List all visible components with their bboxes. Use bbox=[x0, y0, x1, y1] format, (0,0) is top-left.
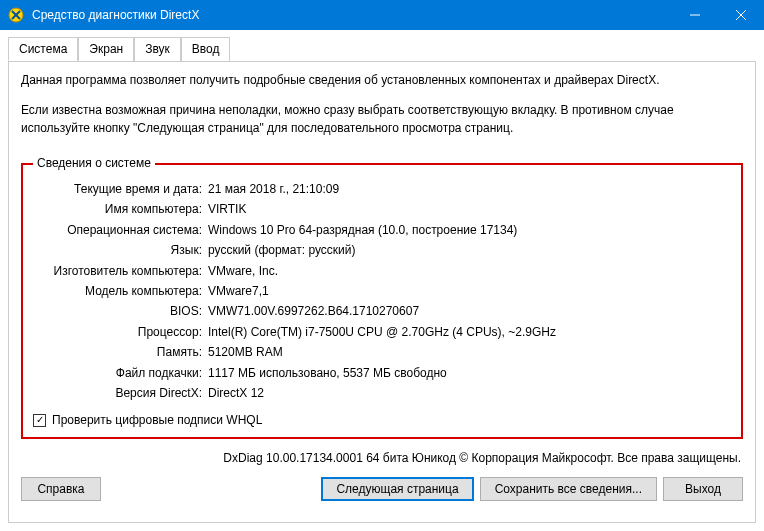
dxdiag-icon bbox=[8, 7, 24, 23]
value-datetime: 21 мая 2018 г., 21:10:09 bbox=[208, 179, 731, 199]
window-controls bbox=[672, 0, 764, 30]
button-bar-left: Справка bbox=[21, 477, 101, 501]
value-lang: русский (формат: русский) bbox=[208, 240, 731, 260]
tab-input[interactable]: Ввод bbox=[181, 37, 231, 61]
label-os: Операционная система: bbox=[33, 220, 208, 240]
label-pagefile: Файл подкачки: bbox=[33, 363, 208, 383]
value-pagefile: 1117 МБ использовано, 5537 МБ свободно bbox=[208, 363, 731, 383]
label-directx: Версия DirectX: bbox=[33, 383, 208, 403]
whql-label: Проверить цифровые подписи WHQL bbox=[52, 413, 262, 427]
row-directx: Версия DirectX: DirectX 12 bbox=[33, 383, 731, 403]
label-pcname: Имя компьютера: bbox=[33, 199, 208, 219]
value-pcname: VIRTIK bbox=[208, 199, 731, 219]
row-mem: Память: 5120MB RAM bbox=[33, 342, 731, 362]
row-cpu: Процессор: Intel(R) Core(TM) i7-7500U CP… bbox=[33, 322, 731, 342]
value-mfr: VMware, Inc. bbox=[208, 261, 731, 281]
save-all-button[interactable]: Сохранить все сведения... bbox=[480, 477, 657, 501]
tab-screen[interactable]: Экран bbox=[78, 37, 134, 61]
whql-checkbox[interactable]: ✓ bbox=[33, 414, 46, 427]
value-bios: VMW71.00V.6997262.B64.1710270607 bbox=[208, 301, 731, 321]
intro-p2: Если известна возможная причина неполадк… bbox=[21, 101, 743, 137]
value-os: Windows 10 Pro 64-разрядная (10.0, постр… bbox=[208, 220, 731, 240]
label-datetime: Текущие время и дата: bbox=[33, 179, 208, 199]
row-bios: BIOS: VMW71.00V.6997262.B64.1710270607 bbox=[33, 301, 731, 321]
row-lang: Язык: русский (формат: русский) bbox=[33, 240, 731, 260]
label-bios: BIOS: bbox=[33, 301, 208, 321]
footer-copyright: DxDiag 10.00.17134.0001 64 бита Юникод ©… bbox=[21, 451, 741, 465]
exit-button[interactable]: Выход bbox=[663, 477, 743, 501]
row-datetime: Текущие время и дата: 21 мая 2018 г., 21… bbox=[33, 179, 731, 199]
tab-sound[interactable]: Звук bbox=[134, 37, 181, 61]
window-title: Средство диагностики DirectX bbox=[32, 8, 672, 22]
label-lang: Язык: bbox=[33, 240, 208, 260]
group-title: Сведения о системе bbox=[33, 156, 155, 170]
titlebar: Средство диагностики DirectX bbox=[0, 0, 764, 30]
row-mfr: Изготовитель компьютера: VMware, Inc. bbox=[33, 261, 731, 281]
next-page-button[interactable]: Следующая страница bbox=[321, 477, 473, 501]
label-model: Модель компьютера: bbox=[33, 281, 208, 301]
system-info-group: Сведения о системе Текущие время и дата:… bbox=[21, 163, 743, 439]
tab-panel-system: Данная программа позволяет получить подр… bbox=[8, 61, 756, 523]
value-directx: DirectX 12 bbox=[208, 383, 731, 403]
intro-text: Данная программа позволяет получить подр… bbox=[21, 71, 743, 149]
close-button[interactable] bbox=[718, 0, 764, 30]
row-os: Операционная система: Windows 10 Pro 64-… bbox=[33, 220, 731, 240]
content-area: Система Экран Звук Ввод Данная программа… bbox=[0, 30, 764, 531]
row-pagefile: Файл подкачки: 1117 МБ использовано, 553… bbox=[33, 363, 731, 383]
label-mfr: Изготовитель компьютера: bbox=[33, 261, 208, 281]
button-bar: Справка Следующая страница Сохранить все… bbox=[21, 473, 743, 501]
tab-system[interactable]: Система bbox=[8, 37, 78, 61]
value-model: VMware7,1 bbox=[208, 281, 731, 301]
minimize-button[interactable] bbox=[672, 0, 718, 30]
help-button[interactable]: Справка bbox=[21, 477, 101, 501]
row-model: Модель компьютера: VMware7,1 bbox=[33, 281, 731, 301]
tab-strip: Система Экран Звук Ввод bbox=[8, 37, 756, 62]
row-pcname: Имя компьютера: VIRTIK bbox=[33, 199, 731, 219]
label-cpu: Процессор: bbox=[33, 322, 208, 342]
button-bar-right: Следующая страница Сохранить все сведени… bbox=[321, 477, 743, 501]
label-mem: Память: bbox=[33, 342, 208, 362]
intro-p1: Данная программа позволяет получить подр… bbox=[21, 71, 743, 89]
whql-check-row: ✓ Проверить цифровые подписи WHQL bbox=[33, 413, 731, 427]
value-mem: 5120MB RAM bbox=[208, 342, 731, 362]
value-cpu: Intel(R) Core(TM) i7-7500U CPU @ 2.70GHz… bbox=[208, 322, 731, 342]
